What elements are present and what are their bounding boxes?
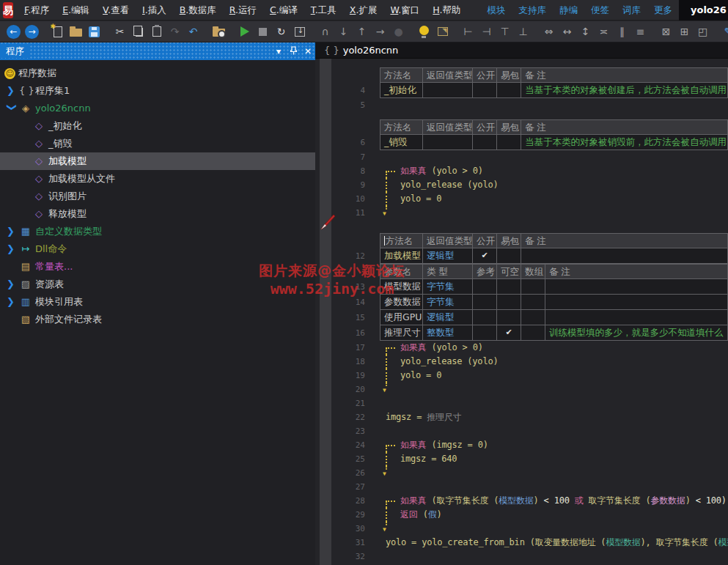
remark-cell[interactable] bbox=[521, 248, 728, 264]
param-type-cell[interactable]: 字节集 bbox=[423, 295, 473, 310]
center-v-icon[interactable]: ∥ bbox=[614, 23, 630, 40]
array-cell[interactable] bbox=[521, 325, 545, 341]
method-name-cell[interactable]: _销毁 bbox=[380, 135, 423, 150]
header-cell[interactable]: 易包 bbox=[497, 67, 521, 83]
byref-cell[interactable] bbox=[473, 295, 497, 310]
header-cell[interactable]: 方法名 bbox=[380, 119, 423, 135]
code-line[interactable]: yolo = 0 bbox=[380, 192, 728, 206]
remark-cell[interactable] bbox=[545, 310, 728, 325]
param-name-cell[interactable]: 推理尺寸 bbox=[380, 325, 423, 341]
quick-link-2[interactable]: 静编 bbox=[553, 0, 584, 21]
header-cell[interactable]: 类 型 bbox=[423, 264, 473, 279]
header-cell[interactable]: 备 注 bbox=[521, 119, 728, 135]
header-cell[interactable]: 备 注 bbox=[521, 67, 728, 83]
public-cell[interactable]: ✔ bbox=[473, 248, 497, 264]
code-line[interactable]: yolo = yolo_create_from_bin (取变量数据地址 (模型… bbox=[380, 536, 728, 550]
spread-h-icon[interactable]: ≍ bbox=[595, 23, 612, 40]
find-in-files-icon[interactable] bbox=[210, 23, 227, 40]
header-cell[interactable]: 方法名 bbox=[380, 233, 423, 248]
editor-tab[interactable]: { }yolo26ncnn bbox=[315, 43, 728, 59]
header-cell[interactable]: 数组 bbox=[521, 264, 545, 279]
remark-cell[interactable]: 训练模型填的多少，就是多少不知道填什么 bbox=[545, 325, 728, 341]
back-icon[interactable]: ← bbox=[5, 23, 22, 40]
method-name-cell[interactable]: _初始化 bbox=[380, 83, 423, 98]
undo-icon[interactable]: ↶ bbox=[185, 23, 202, 40]
tree-item-5[interactable]: ◇加载模型 bbox=[0, 152, 315, 170]
copy-icon[interactable] bbox=[130, 23, 147, 40]
byref-cell[interactable] bbox=[473, 325, 497, 341]
menu-item-2[interactable]: V.查看 bbox=[96, 0, 136, 21]
menu-item-1[interactable]: E.编辑 bbox=[56, 0, 96, 21]
align-left-icon[interactable]: ⊢ bbox=[460, 23, 477, 40]
step-over-icon[interactable]: → bbox=[372, 23, 389, 40]
return-type-cell[interactable] bbox=[423, 83, 473, 98]
breakpoint-icon[interactable]: ● bbox=[390, 23, 407, 40]
header-cell[interactable]: 返回值类型 bbox=[423, 67, 473, 83]
tree-item-9[interactable]: ❯▦自定义数据类型 bbox=[0, 223, 315, 240]
code-line[interactable]: yolo = 0 bbox=[380, 369, 728, 383]
forward-icon[interactable]: → bbox=[23, 23, 40, 40]
return-type-cell[interactable]: 逻辑型 bbox=[423, 248, 473, 264]
remark-cell[interactable] bbox=[545, 279, 728, 295]
tree-item-12[interactable]: ❯▨资源表 bbox=[0, 276, 315, 293]
param-name-cell[interactable]: 模型数据 bbox=[380, 279, 423, 295]
step-out-icon[interactable]: ↑ bbox=[353, 23, 370, 40]
chevron-collapsed-icon[interactable]: ❯ bbox=[7, 276, 15, 293]
header-cell[interactable]: 返回值类型 bbox=[423, 233, 473, 248]
code-line[interactable]: imgsz = 640 bbox=[380, 452, 728, 466]
redo-icon[interactable]: ↷ bbox=[166, 23, 183, 40]
param-type-cell[interactable]: 字节集 bbox=[423, 279, 473, 295]
return-type-cell[interactable] bbox=[423, 135, 473, 150]
header-cell[interactable]: 易包 bbox=[497, 119, 521, 135]
new-file-icon[interactable] bbox=[49, 23, 66, 40]
easy-pack-cell[interactable] bbox=[497, 248, 521, 264]
run-icon[interactable] bbox=[236, 23, 253, 40]
header-cell[interactable]: 公开 bbox=[473, 67, 497, 83]
code-line[interactable]: yolo_release (yolo) bbox=[380, 178, 728, 192]
color-picker-icon[interactable]: ✎ bbox=[720, 23, 728, 40]
easy-pack-cell[interactable] bbox=[497, 135, 521, 150]
tree-item-0[interactable]: ☺程序数据 bbox=[0, 64, 315, 82]
panel-close-icon[interactable]: ✕ bbox=[301, 46, 315, 56]
menu-item-4[interactable]: B.数据库 bbox=[173, 0, 223, 21]
menu-item-8[interactable]: X.扩展 bbox=[343, 0, 384, 21]
tree-item-13[interactable]: ❯▥模块引用表 bbox=[0, 293, 315, 311]
quick-link-1[interactable]: 支持库 bbox=[512, 0, 553, 21]
tip-lightbulb-icon[interactable] bbox=[416, 23, 433, 40]
header-cell[interactable]: 可空 bbox=[497, 264, 521, 279]
header-cell[interactable]: 参考 bbox=[473, 264, 497, 279]
menu-item-6[interactable]: C.编译 bbox=[263, 0, 304, 21]
header-cell[interactable]: 返回值类型 bbox=[423, 119, 473, 135]
quick-link-5[interactable]: 更多 bbox=[647, 0, 679, 21]
method-name-cell[interactable]: 加载模型 bbox=[380, 248, 423, 264]
restart-icon[interactable]: ↻ bbox=[273, 23, 290, 40]
tree-item-10[interactable]: ❯↦Dll命令 bbox=[0, 240, 315, 258]
panel-pin-icon[interactable] bbox=[286, 46, 301, 57]
header-cell[interactable]: 备 注 bbox=[545, 264, 728, 279]
step-into-icon[interactable]: ↓ bbox=[335, 23, 352, 40]
nullable-cell[interactable] bbox=[497, 295, 521, 310]
align-top-icon[interactable]: ⊤ bbox=[496, 23, 513, 40]
header-cell[interactable]: 易包 bbox=[497, 233, 521, 248]
easy-pack-cell[interactable] bbox=[497, 83, 521, 98]
menu-item-10[interactable]: H.帮助 bbox=[426, 0, 467, 21]
byref-cell[interactable] bbox=[473, 279, 497, 295]
run-to-cursor-icon[interactable]: ∩ bbox=[317, 23, 334, 40]
save-icon[interactable] bbox=[86, 23, 103, 40]
remark-cell[interactable]: 当基于本类的对象被创建后，此方法会被自动调用 bbox=[521, 83, 728, 98]
tree-item-3[interactable]: ◇_初始化 bbox=[0, 117, 315, 135]
param-type-cell[interactable]: 逻辑型 bbox=[423, 310, 473, 325]
align-right-icon[interactable]: ⊣ bbox=[478, 23, 495, 40]
tree-item-11[interactable]: ▤常量表... bbox=[0, 258, 315, 276]
tree-item-8[interactable]: ◇释放模型 bbox=[0, 205, 315, 223]
chevron-collapsed-icon[interactable]: ❯ bbox=[7, 240, 15, 258]
quick-link-4[interactable]: 词库 bbox=[616, 0, 647, 21]
editor-body[interactable]: 方法名返回值类型公开易包备 注4_初始化当基于本类的对象被创建后，此方法会被自动… bbox=[315, 59, 728, 565]
nullable-cell[interactable]: ✔ bbox=[497, 325, 521, 341]
remark-cell[interactable]: 当基于本类的对象被销毁前，此方法会被自动调用 bbox=[521, 135, 728, 150]
tree-item-4[interactable]: ◇_销毁 bbox=[0, 135, 315, 152]
code-line[interactable]: 如果真 (yolo > 0) bbox=[380, 341, 728, 355]
header-cell[interactable]: 备 注 bbox=[521, 233, 728, 248]
tree-item-14[interactable]: ▧外部文件记录表 bbox=[0, 311, 315, 328]
remark-cell[interactable] bbox=[545, 295, 728, 310]
